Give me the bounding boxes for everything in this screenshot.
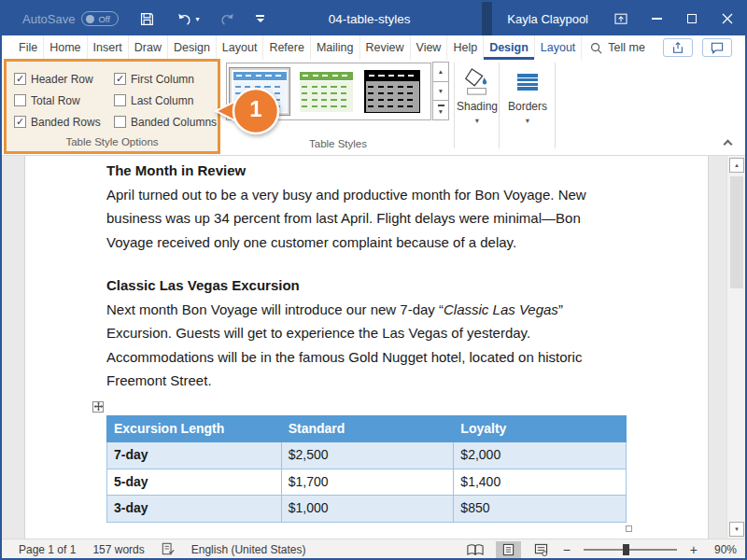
paragraph-month-in-review: April turned out to be a very busy and p… (106, 183, 613, 255)
tab-insert[interactable]: Insert (88, 35, 129, 60)
undo-button[interactable]: ▾ (176, 11, 199, 27)
customize-quick-access-button[interactable] (255, 15, 265, 22)
checkbox-first-column[interactable]: ✓ First Column (114, 73, 217, 86)
checkbox-total-row[interactable]: Total Row (14, 94, 114, 107)
tab-mailings[interactable]: Mailing (311, 35, 360, 60)
save-button[interactable] (139, 11, 155, 27)
checkbox-box-icon[interactable] (14, 94, 26, 106)
gallery-more-button[interactable]: ▾ (432, 100, 449, 120)
tab-design[interactable]: Design (168, 35, 217, 60)
tab-help[interactable]: Help (447, 35, 484, 60)
table-cell[interactable]: $850 (454, 496, 627, 523)
vertical-scrollbar[interactable]: ▴ ▾ (726, 156, 745, 539)
borders-button[interactable]: Borders ▾ (504, 64, 551, 125)
zoom-slider[interactable] (584, 549, 677, 551)
tab-draw[interactable]: Draw (129, 35, 168, 60)
zoom-in-button[interactable]: + (688, 542, 699, 557)
undo-dropdown-icon[interactable]: ▾ (195, 15, 199, 23)
zoom-level[interactable]: 90% (707, 543, 737, 556)
document-page[interactable]: The Month in Review April turned out to … (25, 156, 708, 539)
checkbox-box-icon[interactable] (114, 94, 126, 106)
more-bar-icon (438, 105, 444, 106)
web-layout-button[interactable] (529, 541, 554, 559)
print-layout-icon (502, 543, 514, 556)
tab-view[interactable]: View (411, 35, 448, 60)
checkbox-header-row[interactable]: ✓ Header Row (14, 73, 114, 86)
zoom-out-button[interactable]: − (561, 542, 572, 557)
excursion-table-wrap: Excursion Length Standard Loyalty 7-day … (106, 415, 627, 523)
shading-button[interactable]: Shading ▾ (456, 64, 499, 125)
table-cell[interactable]: 5-day (107, 469, 282, 496)
close-button[interactable] (710, 2, 745, 35)
qat-more-bar-icon (256, 15, 264, 17)
checkbox-box-icon[interactable]: ✓ (14, 116, 26, 128)
account-button[interactable]: Kayla Claypool (492, 12, 603, 26)
scroll-down-button[interactable]: ▾ (729, 522, 744, 537)
checkbox-last-column[interactable]: Last Column (114, 94, 217, 107)
gallery-scroll-down-button[interactable]: ▾ (432, 81, 449, 102)
borders-dropdown-icon[interactable]: ▾ (526, 116, 529, 125)
tab-review[interactable]: Review (360, 35, 411, 60)
shading-label: Shading (457, 100, 498, 113)
table-cell[interactable]: 3-day (107, 496, 282, 523)
proofing-status-button[interactable] (153, 542, 183, 558)
ribbon: ✓ Header Row Total Row ✓ Banded Rows ✓ F… (2, 60, 745, 156)
word-count-status[interactable]: 157 words (84, 543, 152, 556)
table-cell[interactable]: $1,700 (281, 469, 454, 496)
tab-file[interactable]: File (13, 35, 44, 60)
collapse-ribbon-button[interactable] (721, 138, 734, 147)
tab-references[interactable]: Refere (263, 35, 311, 60)
tab-table-layout[interactable]: Layout (535, 35, 583, 60)
table-styles-group-label: Table Styles (226, 138, 450, 149)
table-cell[interactable]: 7-day (107, 442, 282, 469)
table-cell[interactable]: $1,400 (454, 469, 627, 496)
down-arrow-icon: ▾ (439, 87, 443, 95)
zoom-slider-thumb[interactable] (623, 544, 629, 555)
tab-home[interactable]: Home (44, 35, 87, 60)
page-number-status[interactable]: Page 1 of 1 (10, 543, 84, 556)
redo-button[interactable] (219, 11, 236, 27)
header-cell[interactable]: Loyalty (454, 415, 627, 442)
tell-me-box[interactable]: Tell me (582, 35, 654, 60)
scrollbar-thumb[interactable] (730, 176, 743, 288)
header-cell[interactable]: Standard (281, 415, 454, 442)
tab-layout[interactable]: Layout (217, 35, 264, 60)
ribbon-tabs-row: File Home Insert Draw Design Layout Refe… (2, 35, 745, 60)
comments-button[interactable] (702, 38, 732, 57)
table-cell[interactable]: $2,000 (454, 442, 627, 469)
language-status[interactable]: English (United States) (183, 543, 315, 556)
table-style-thumbnail-black[interactable] (361, 67, 423, 116)
read-mode-button[interactable] (463, 541, 488, 559)
minimize-button[interactable] (639, 2, 674, 35)
tab-table-design[interactable]: Design (484, 35, 535, 60)
shading-icon (463, 67, 491, 97)
maximize-button[interactable] (674, 2, 710, 35)
ribbon-display-options-button[interactable] (603, 2, 639, 35)
table-resize-handle[interactable] (626, 525, 632, 532)
print-layout-button[interactable] (496, 541, 521, 559)
table-style-options-group: ✓ Header Row Total Row ✓ Banded Rows ✓ F… (4, 59, 220, 154)
redo-icon (219, 11, 236, 27)
header-cell[interactable]: Excursion Length (107, 415, 282, 442)
statusbar-right: − + 90% (463, 541, 737, 559)
checkbox-box-icon[interactable] (114, 116, 126, 128)
scroll-up-button[interactable]: ▴ (729, 158, 744, 173)
share-button[interactable] (663, 38, 693, 57)
group-separator (555, 63, 556, 148)
shading-dropdown-icon[interactable]: ▾ (475, 116, 479, 125)
autosave-toggle[interactable]: Off (81, 11, 119, 26)
gallery-scroll-up-button[interactable]: ▴ (432, 62, 449, 82)
heading-classic-las-vegas: Classic Las Vegas Excursion (106, 273, 613, 298)
checkbox-label: Total Row (31, 94, 80, 107)
save-icon (139, 11, 155, 27)
checkbox-box-icon[interactable]: ✓ (114, 73, 126, 85)
table-cell[interactable]: $1,000 (281, 496, 454, 523)
paragraph-text: Next month Bon Voyage will introduce our… (106, 301, 444, 317)
checkbox-banded-columns[interactable]: Banded Columns (114, 116, 217, 129)
checkbox-banded-rows[interactable]: ✓ Banded Rows (14, 116, 114, 129)
table-cell[interactable]: $2,500 (281, 442, 454, 469)
table-move-handle[interactable] (92, 401, 104, 413)
autosave-label: AutoSave (22, 12, 75, 26)
table-style-thumbnail-green[interactable] (295, 67, 357, 116)
checkbox-box-icon[interactable]: ✓ (14, 73, 26, 85)
